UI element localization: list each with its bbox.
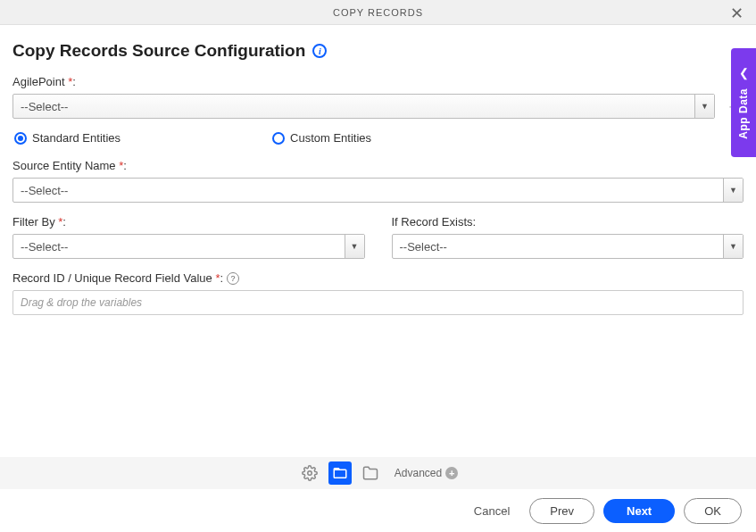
- filter-by-select[interactable]: --Select-- ▼: [12, 234, 365, 259]
- source-entity-value: --Select--: [13, 184, 723, 197]
- agilepoint-select[interactable]: --Select-- ▼: [12, 94, 715, 119]
- info-icon[interactable]: i: [312, 44, 327, 58]
- chevron-down-icon: ▼: [345, 235, 364, 258]
- filter-by-label: Filter By *:: [12, 215, 365, 229]
- gear-icon[interactable]: [298, 461, 321, 485]
- advanced-toggle[interactable]: Advanced +: [395, 467, 458, 479]
- record-id-input[interactable]: Drag & drop the variables: [12, 290, 744, 315]
- chevron-down-icon: ▼: [723, 179, 743, 202]
- radio-icon: [272, 132, 285, 145]
- custom-entities-label: Custom Entities: [290, 131, 371, 145]
- agilepoint-value: --Select--: [13, 100, 694, 113]
- next-button[interactable]: Next: [603, 499, 675, 523]
- advanced-label-text: Advanced: [395, 467, 442, 479]
- close-icon[interactable]: ✕: [727, 4, 747, 23]
- cancel-button[interactable]: Cancel: [463, 499, 520, 523]
- chevron-down-icon: ▼: [694, 95, 714, 118]
- dialog-title: COPY RECORDS: [333, 7, 423, 18]
- standard-entities-radio[interactable]: Standard Entities: [14, 131, 120, 145]
- source-entity-label: Source Entity Name *:: [12, 159, 744, 172]
- radio-icon: [14, 132, 27, 145]
- record-id-label: Record ID / Unique Record Field Value *:: [12, 271, 223, 285]
- prev-button[interactable]: Prev: [529, 498, 594, 524]
- bottom-toolbar: Advanced +: [0, 457, 756, 489]
- side-tab-label: App Data: [737, 88, 750, 139]
- source-entity-select[interactable]: --Select-- ▼: [12, 178, 744, 203]
- agilepoint-label: AgilePoint *:: [12, 75, 744, 88]
- help-icon[interactable]: ?: [227, 272, 239, 285]
- if-record-exists-select[interactable]: --Select-- ▼: [392, 234, 744, 259]
- filter-by-value: --Select--: [13, 240, 345, 254]
- standard-entities-label: Standard Entities: [32, 131, 120, 145]
- chevron-left-icon: ❮: [739, 66, 749, 79]
- page-title-row: Copy Records Source Configuration i: [0, 25, 756, 68]
- svg-point-0: [308, 471, 312, 476]
- ok-button[interactable]: OK: [684, 498, 742, 524]
- entity-type-radio-group: Standard Entities Custom Entities: [12, 131, 744, 145]
- chevron-down-icon: ▼: [723, 235, 743, 258]
- if-record-exists-value: --Select--: [393, 240, 724, 254]
- custom-entities-radio[interactable]: Custom Entities: [272, 131, 371, 145]
- app-data-side-tab[interactable]: ❮ App Data: [731, 48, 756, 157]
- plus-circle-icon: +: [445, 467, 458, 479]
- page-title: Copy Records Source Configuration: [12, 41, 305, 61]
- dialog-footer: Cancel Prev Next OK: [0, 489, 756, 532]
- folder-open-icon[interactable]: [328, 461, 352, 485]
- folder-icon[interactable]: [359, 461, 382, 485]
- if-record-exists-label: If Record Exists:: [392, 215, 744, 229]
- dialog-header: COPY RECORDS ✕: [0, 0, 756, 25]
- form-area: AgilePoint *: --Select-- ▼ ＋ Standard En…: [0, 68, 756, 315]
